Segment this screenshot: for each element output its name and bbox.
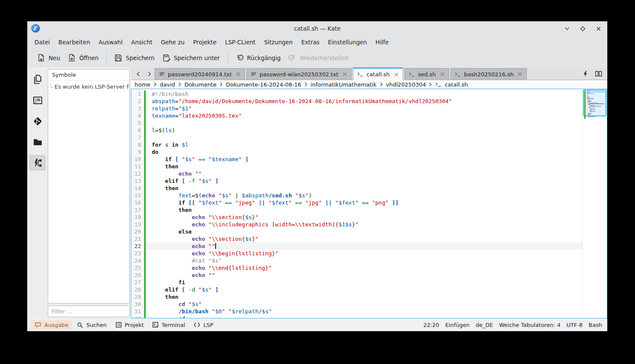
sidebar-tool-git-icon[interactable] — [29, 113, 46, 129]
code-line-6[interactable]: l=$(ls) — [146, 127, 582, 134]
open-document-icon — [68, 54, 76, 62]
menu-gehe-zu[interactable]: Gehe zu — [157, 37, 189, 47]
breadcrumb-item-david[interactable]: david — [160, 81, 175, 88]
statusbar-highlighting-mode[interactable]: Bash — [589, 322, 602, 328]
code-line-9[interactable]: do — [146, 148, 582, 156]
statusbar-cursor-position[interactable]: 22:20 — [423, 322, 439, 328]
code-line-4[interactable]: texname="latex20250305.tex" — [146, 112, 582, 119]
tab-catall-sh[interactable]: catall.sh — [353, 67, 403, 80]
code-line-28[interactable]: elif [ -d "$s" ] — [146, 286, 582, 293]
code-line-16[interactable]: if [[ "$fext" == "jpeg" || "$fext" == "j… — [146, 199, 582, 206]
speichern-button[interactable]: Speichern — [110, 51, 158, 64]
breadcrumb-item-dokumente-16-2024-08-16[interactable]: Dokumente-16-2024-08-16 — [226, 81, 301, 88]
tab-sed-sh[interactable]: sed.sh — [404, 68, 449, 80]
close-tab-icon[interactable] — [394, 72, 399, 77]
sidebar-tool-documents-icon[interactable] — [29, 72, 46, 87]
code-line-25[interactable]: echo "\\end{lstlisting}" — [146, 264, 582, 272]
menu-einstellungen[interactable]: Einstellungen — [324, 37, 372, 47]
code-line-21[interactable]: echo "\\section{$s}" — [146, 235, 582, 243]
sidebar-tool-lsp-symbols-icon[interactable] — [29, 155, 46, 170]
breadcrumb-item-informatikumathematik[interactable]: informatikUmathematik — [311, 81, 377, 88]
statusbar-view-projekt[interactable]: Projekt — [112, 320, 148, 330]
sidebar-icon-strip — [27, 67, 48, 318]
code-pane[interactable]: #!/bin/bashabspath="/home/david/Dokument… — [146, 89, 582, 318]
tab-bash20250216-sh[interactable]: bash20250216.sh — [450, 68, 527, 80]
text-file-icon — [159, 71, 165, 77]
line-number: 13 — [131, 177, 141, 185]
neu-button[interactable]: Neu — [33, 51, 64, 64]
quick-open-icon[interactable] — [583, 70, 588, 77]
tab-history-forward[interactable] — [144, 68, 155, 80]
menu-sitzungen[interactable]: Sitzungen — [260, 37, 297, 47]
tab-history-back[interactable] — [133, 68, 144, 80]
ffnen-button[interactable]: Öffnen — [64, 51, 102, 64]
statusbar-insert-mode[interactable]: Einfügen — [445, 322, 470, 328]
code-line-20[interactable]: else — [146, 228, 582, 235]
menu-extras[interactable]: Extras — [297, 37, 324, 47]
code-line-11[interactable]: then — [146, 163, 582, 170]
statusbar-view-terminal[interactable]: Terminal — [148, 320, 189, 330]
code-line-2[interactable]: abspath="/home/david/Dokumente/Dokumente… — [146, 98, 582, 105]
code-line-19[interactable]: echo "\\includegraphics [width=\\textwid… — [146, 221, 582, 228]
menu-datei[interactable]: Datei — [30, 37, 54, 47]
tab-password20240914-txt[interactable]: password20240914.txt — [155, 68, 245, 80]
statusbar-view-lsp[interactable]: LSP — [190, 320, 217, 330]
code-line-30[interactable]: cd "$s" — [146, 300, 582, 308]
symbols-panel-box: Symbole Es wurde kein LSP-Server fü... — [48, 69, 130, 303]
code-line-26[interactable]: echo "" — [146, 272, 582, 279]
close-tab-icon[interactable] — [440, 72, 445, 77]
symbols-filter-input[interactable] — [48, 306, 130, 317]
code-line-14[interactable]: then — [146, 185, 582, 192]
code-line-27[interactable]: fi — [146, 279, 582, 286]
menu-projekte[interactable]: Projekte — [189, 37, 221, 47]
menu-ansicht[interactable]: Ansicht — [127, 37, 157, 47]
breadcrumb-item-catall-sh[interactable]: catall.sh — [444, 81, 468, 88]
code-line-22[interactable]: echo "" — [146, 243, 582, 250]
close-tab-icon[interactable] — [517, 72, 522, 77]
minimize-icon[interactable] — [564, 26, 570, 32]
minimap-scrollbar[interactable] — [582, 89, 607, 318]
statusbar-tab-mode[interactable]: Weiche Tabulatoren: 4 — [499, 322, 560, 328]
code-line-32[interactable]: cd — [146, 315, 582, 318]
breadcrumb-item-vhdl20250304[interactable]: vhdl20250304 — [386, 81, 426, 88]
speichern-unter-button[interactable]: Speichern unter — [159, 51, 224, 64]
statusbar-view-ausgabe[interactable]: Ausgabe — [31, 320, 72, 330]
sidebar-tool-folder-icon[interactable] — [29, 134, 46, 150]
code-line-18[interactable]: echo "\\section{$s}" — [146, 214, 582, 221]
close-tab-icon[interactable] — [236, 72, 241, 77]
breadcrumb-item-home[interactable]: home — [135, 81, 150, 88]
close-icon[interactable] — [596, 26, 601, 32]
code-line-24[interactable]: #cat "$s" — [146, 257, 582, 264]
statusbar-dictionary[interactable]: de_DE — [476, 322, 493, 328]
sidebar-tool-symbol-list-icon[interactable] — [29, 92, 46, 108]
code-line-29[interactable]: then — [146, 293, 582, 300]
breadcrumb-item-dokumente[interactable]: Dokumente — [185, 81, 216, 88]
code-line-15[interactable]: fext=$(echo "$s" | $abspath/sed.sh "$s") — [146, 192, 582, 199]
main-area: Symbole Es wurde kein LSP-Server fü... p… — [27, 67, 607, 318]
code-line-5[interactable] — [146, 119, 582, 127]
menu-auswahl[interactable]: Auswahl — [94, 37, 127, 47]
tab-password-wlan20250302-txt[interactable]: password-wlan20250302.txt — [246, 68, 352, 80]
statusbar-encoding[interactable]: UTF-8 — [566, 322, 583, 328]
maximize-icon[interactable] — [580, 26, 586, 32]
window-controls — [564, 21, 601, 36]
code-line-10[interactable]: if [ "$s" == "$texname" ] — [146, 156, 582, 163]
menu-lsp-client[interactable]: LSP-CLient — [221, 37, 260, 47]
code-line-7[interactable] — [146, 134, 582, 141]
menu-bearbeiten[interactable]: Bearbeiten — [54, 37, 94, 47]
close-tab-icon[interactable] — [342, 72, 347, 77]
split-view-icon[interactable] — [595, 71, 602, 77]
menu-hilfe[interactable]: Hilfe — [371, 37, 393, 47]
code-line-8[interactable]: for s in $l — [146, 141, 582, 148]
code-line-3[interactable]: relpath="$1" — [146, 105, 582, 112]
line-number: 14 — [131, 185, 141, 192]
code-line-13[interactable]: elif [ -f "$s" ] — [146, 177, 582, 185]
code-line-17[interactable]: then — [146, 206, 582, 214]
r-ckg-ngig-button[interactable]: Rückgängig — [232, 51, 285, 64]
code-line-12[interactable]: echo "" — [146, 170, 582, 177]
code-line-1[interactable]: #!/bin/bash — [146, 90, 582, 98]
statusbar-view-suchen[interactable]: Suchen — [73, 320, 110, 330]
code-line-23[interactable]: echo "\\begin{lstlisting}" — [146, 250, 582, 257]
code-editor[interactable]: 1234567891011121314151617181920212223242… — [131, 89, 607, 318]
code-line-31[interactable]: /bin/bash "$0" "$relpath/$s" — [146, 308, 582, 315]
